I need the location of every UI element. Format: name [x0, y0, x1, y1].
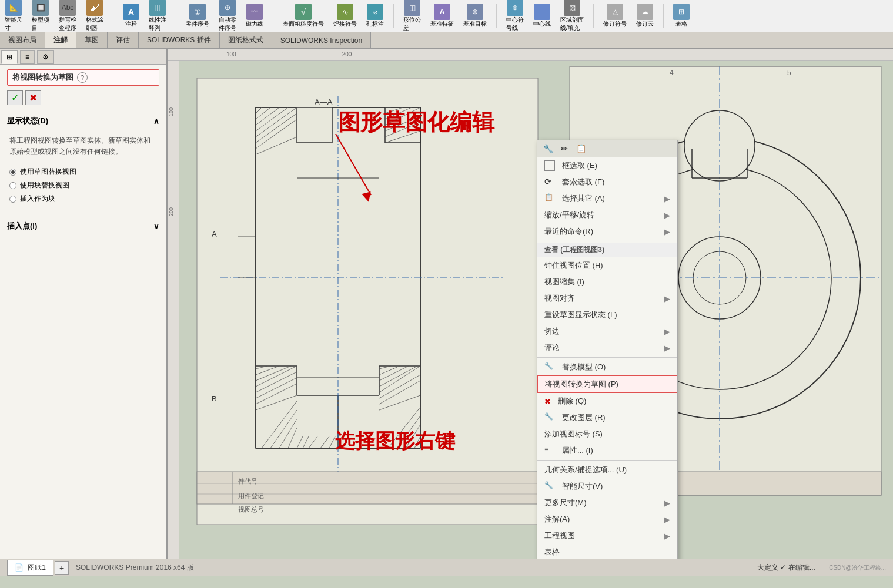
- toolbar-surface-roughness[interactable]: √ 表面粗糙度符号: [280, 2, 326, 29]
- toolbar-datum-feature[interactable]: A 基准特征: [428, 2, 456, 29]
- display-state-header[interactable]: 显示状态(D) ∧: [0, 112, 166, 130]
- menu-drawing-view[interactable]: 工程视图 ▶: [537, 527, 677, 544]
- menu-properties[interactable]: ≡ 属性... (I): [537, 442, 677, 459]
- toolbar-revision-cloud[interactable]: ☁ 修订云: [634, 2, 656, 29]
- left-panel: ⊞ ≡ ⚙ 将视图转换为草图 ? ✓ ✖ 显示状态(D) ∧ 将工程图视图转换至…: [0, 49, 168, 559]
- context-menu-header: 🔧 ✏ 📋: [537, 140, 677, 157]
- sheet-tab-icon: 📄: [15, 563, 24, 572]
- smart-dim-label: 智能尺寸(V): [562, 481, 603, 492]
- select-other-arrow: ▶: [664, 194, 670, 203]
- toolbar-magnetic-line[interactable]: 〰 磁力线: [243, 2, 266, 29]
- menu-annotations[interactable]: 注解(A) ▶: [537, 511, 677, 527]
- toolbar-center-symbol[interactable]: ⊕ 中心符号线: [504, 0, 526, 33]
- menu-recent-commands[interactable]: 最近的命令(R) ▶: [537, 223, 677, 240]
- separator-3: [537, 460, 677, 461]
- left-tab-grid[interactable]: ⊞: [1, 50, 18, 64]
- tab-sketch[interactable]: 草图: [76, 32, 108, 48]
- tab-sheet-format[interactable]: 图纸格式式: [220, 32, 272, 48]
- toolbar-datum-target[interactable]: ⊕ 基准目标: [461, 2, 489, 29]
- tab-annotation[interactable]: 注解: [45, 32, 76, 48]
- menu-lock-view[interactable]: 钟住视图位置 (H): [537, 257, 677, 274]
- toolbar-auto-part-number[interactable]: ⊕ 自动零件序号: [216, 0, 239, 33]
- drawing-area[interactable]: 100 200 100 200 A—A A B: [168, 49, 893, 559]
- svg-text:B: B: [212, 394, 217, 403]
- toolbar-smart-dimension[interactable]: 📐 智能尺寸: [2, 0, 25, 33]
- sheet-tab-label: 图纸1: [28, 563, 46, 572]
- toolbar-weld-symbol[interactable]: ∿ 焊接符号: [331, 2, 359, 29]
- tab-evaluate[interactable]: 评估: [108, 32, 139, 48]
- zoom-pan-arrow: ▶: [664, 211, 670, 220]
- menu-zoom-pan[interactable]: 缩放/平移/旋转 ▶: [537, 207, 677, 223]
- confirm-button[interactable]: ✓: [7, 90, 23, 105]
- tab-sw-plugins[interactable]: SOLIDWORKS 插件: [139, 32, 220, 48]
- menu-tangent-edge[interactable]: 切边 ▶: [537, 323, 677, 340]
- menu-select-other[interactable]: 📋 选择其它 (A) ▶: [537, 190, 677, 207]
- menu-convert-to-sketch[interactable]: 将视图转换为草图 (P): [537, 375, 677, 393]
- menu-more-dims[interactable]: 更多尺寸(M) ▶: [537, 495, 677, 511]
- toolbar-part-number[interactable]: ① 零件序号: [183, 2, 212, 29]
- menu-table[interactable]: 表格: [537, 544, 677, 559]
- drawing-view-arrow: ▶: [664, 532, 670, 540]
- menu-lasso-select[interactable]: ⟳ 套索选取 (F): [537, 174, 677, 190]
- toolbar-spell-check[interactable]: Abc 拼写检查程序: [56, 0, 79, 33]
- cancel-button[interactable]: ✖: [25, 90, 41, 105]
- radio-label-3: 插入作为块: [20, 194, 55, 204]
- toolbar-format-brush[interactable]: 🖌 格式涂刷器: [83, 0, 106, 33]
- toolbar-linear-annotation[interactable]: ||| 线性注释列: [146, 0, 169, 33]
- toolbar-revision-symbol[interactable]: △ 修订符号: [601, 2, 629, 29]
- add-sheet-button[interactable]: +: [55, 561, 69, 575]
- svg-text:5: 5: [787, 69, 791, 77]
- menu-change-layer[interactable]: 🔧 更改图层 (R): [537, 409, 677, 426]
- menu-replace-model[interactable]: 🔧 替换模型 (O): [537, 359, 677, 375]
- svg-text:用件登记: 用件登记: [238, 492, 264, 499]
- radio-insert-block[interactable]: 插入作为块: [9, 194, 157, 204]
- toolbar-annotation[interactable]: A 注释: [121, 2, 142, 29]
- csdn-watermark: CSDN@汾华工程绘...: [829, 565, 886, 571]
- menu-add-view-label[interactable]: 添加视图标号 (S): [537, 426, 677, 442]
- tab-sw-inspection[interactable]: SOLIDWORKS Inspection: [272, 32, 371, 48]
- left-tab-settings[interactable]: ⚙: [37, 50, 54, 64]
- menu-comment[interactable]: 评论 ▶: [537, 340, 677, 356]
- menu-lasso-label: 套索选取 (F): [562, 177, 604, 187]
- separator-2: [537, 357, 677, 358]
- action-buttons: ✓ ✖: [7, 90, 159, 105]
- toolbar-gdt[interactable]: ◫ 形位公差: [401, 0, 423, 33]
- toolbar-area-hatch[interactable]: ▨ 区域剖面线/填充: [558, 0, 586, 33]
- properties-icon: ≡: [544, 445, 555, 456]
- left-tab-list[interactable]: ≡: [20, 50, 35, 64]
- toolbar-hole-callout[interactable]: ⌀ 孔标注: [364, 2, 386, 29]
- insert-point-header[interactable]: 插入点(i) ∨: [0, 217, 166, 235]
- svg-text:视图总号: 视图总号: [238, 506, 264, 513]
- divider4: [393, 4, 394, 28]
- radio-use-sketch[interactable]: 使用草图替换视图: [9, 167, 157, 177]
- divider6: [593, 4, 594, 28]
- svg-text:A—A: A—A: [315, 98, 333, 106]
- view-zoom-label: 视图缩集 (I): [544, 277, 584, 287]
- menu-delete[interactable]: ✖ 删除 (Q): [537, 393, 677, 409]
- divider7: [663, 4, 664, 28]
- menu-box-select[interactable]: 框选取 (E): [537, 157, 677, 174]
- status-left: 📄 图纸1 + SOLIDWORKS Premium 2016 x64 版: [7, 560, 194, 576]
- delete-icon: ✖: [544, 397, 551, 406]
- toolbar-model-items[interactable]: 🔲 模型项目: [29, 0, 52, 33]
- menu-view-align[interactable]: 视图对齐 ▶: [537, 290, 677, 307]
- sheet-tab-1[interactable]: 📄 图纸1: [7, 560, 53, 576]
- menu-relations[interactable]: 几何关系/捕捉选项... (U): [537, 462, 677, 478]
- ctx-icon-3: 📋: [575, 143, 587, 154]
- toolbar-table[interactable]: ⊞ 表格: [671, 2, 692, 29]
- menu-smart-dim[interactable]: 🔧 智能尺寸(V): [537, 478, 677, 495]
- app-title: SOLIDWORKS Premium 2016 x64 版: [76, 563, 194, 573]
- radio-use-block[interactable]: 使用块替换视图: [9, 180, 157, 190]
- menu-reset-sketch[interactable]: 重设草图显示状态 (L): [537, 307, 677, 323]
- tab-view-layout[interactable]: 视图布局: [0, 32, 45, 48]
- annotations-label: 注解(A): [544, 514, 570, 525]
- lock-view-label: 钟住视图位置 (H): [544, 260, 603, 271]
- sheet-tabs: 📄 图纸1 +: [7, 560, 69, 576]
- toolbar-centerline[interactable]: — 中心线: [531, 2, 553, 29]
- divider3: [273, 4, 273, 28]
- help-icon[interactable]: ?: [77, 72, 88, 83]
- context-menu: 🔧 ✏ 📋 框选取 (E) ⟳ 套索选取 (F) 📋 选择其它 (A) ▶ 缩放…: [537, 140, 678, 559]
- lasso-icon: ⟳: [544, 177, 555, 187]
- view-align-label: 视图对齐: [544, 293, 575, 304]
- menu-view-zoom[interactable]: 视图缩集 (I): [537, 274, 677, 290]
